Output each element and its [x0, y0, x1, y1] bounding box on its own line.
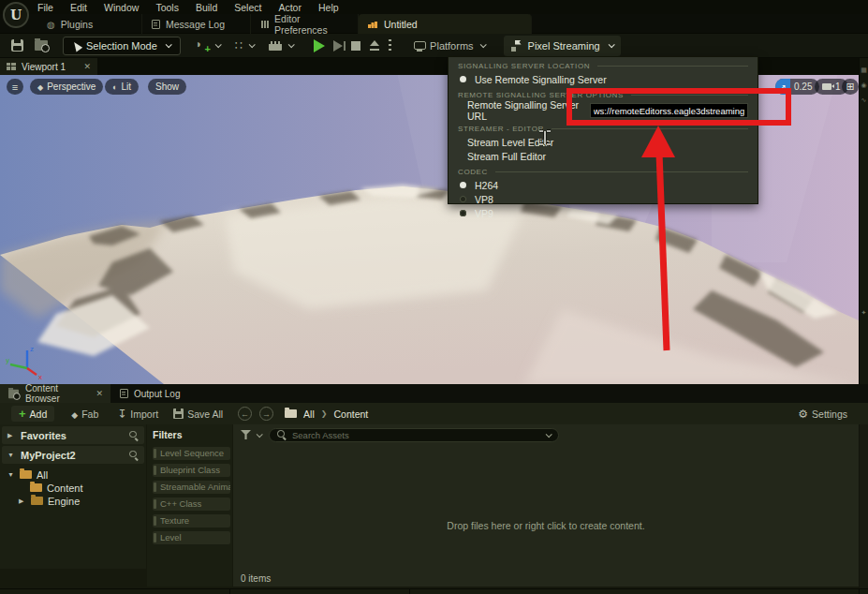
save-all-label: Save All — [187, 408, 223, 420]
menu-build[interactable]: Build — [196, 2, 217, 13]
perspective-dropdown[interactable]: Perspective — [30, 79, 103, 95]
tree-item-content[interactable]: Content — [7, 482, 146, 494]
save-all-button[interactable]: Save All — [173, 408, 223, 420]
clipboard-icon — [152, 20, 160, 29]
section-codec: CODEC — [458, 168, 748, 176]
snap-scale-control[interactable]: ↗ 0.25 — [775, 79, 819, 95]
menu-item-stream-full-editor[interactable]: Stream Full Editor — [449, 149, 758, 163]
tree-item-all[interactable]: ▼ All — [7, 468, 146, 481]
filter-texture[interactable]: Texture — [153, 514, 230, 527]
tab-editor-preferences-label: Editor Preferences — [274, 13, 348, 36]
tab-editor-preferences[interactable]: Editor Preferences — [251, 14, 359, 34]
filter-cpp-class[interactable]: C++ Class — [153, 497, 230, 511]
radio-unchecked-icon — [460, 210, 466, 216]
breadcrumb-content[interactable]: Content — [333, 408, 368, 420]
filter-funnel-icon[interactable] — [241, 430, 251, 439]
search-icon[interactable] — [129, 451, 139, 460]
collapse-arrow-icon: ▼ — [7, 452, 15, 458]
menu-file[interactable]: File — [37, 2, 53, 13]
menu-item-codec-vp8[interactable]: VP8 — [449, 192, 758, 206]
menu-item-codec-h264[interactable]: H264 — [449, 178, 758, 192]
tree-engine-label: Engine — [48, 496, 80, 507]
maximize-viewport-button[interactable]: ⊞ — [842, 79, 859, 95]
lit-icon — [112, 82, 117, 92]
chevron-down-icon — [546, 431, 552, 438]
tab-viewport-1[interactable]: Viewport 1 ✕ — [0, 58, 97, 75]
filter-streamable-animatic[interactable]: Streamable Animatic — [153, 481, 230, 494]
eject-button[interactable] — [369, 40, 380, 51]
menu-item-use-remote-signalling-server[interactable]: Use Remote Signalling Server — [449, 72, 758, 86]
selection-mode-dropdown[interactable]: Selection Mode — [63, 37, 181, 55]
menu-help[interactable]: Help — [318, 2, 339, 13]
menu-item-codec-vp9[interactable]: VP9 — [449, 206, 758, 220]
fab-button[interactable]: Fab — [71, 408, 98, 420]
menu-window[interactable]: Window — [104, 2, 139, 13]
tab-message-log[interactable]: Message Log — [142, 14, 251, 34]
settings-button[interactable]: Settings — [798, 408, 847, 421]
filter-level-sequence[interactable]: Level Sequence — [153, 447, 230, 460]
search-assets-bar[interactable] — [269, 428, 559, 442]
tree-content-label: Content — [47, 483, 83, 494]
frame-skip-button[interactable] — [333, 40, 343, 52]
fab-label: Fab — [81, 408, 98, 420]
content-browser-tab-bar: Content Browser ✕ Output Log — [0, 384, 868, 403]
project-header[interactable]: ▼ MyProject2 — [2, 446, 144, 464]
stream-level-editor-label: Stream Level Editor — [467, 137, 553, 148]
tab-untitled[interactable]: Untitled — [359, 14, 532, 34]
tab-output-log[interactable]: Output Log — [112, 384, 202, 403]
close-icon[interactable]: ✕ — [83, 62, 91, 71]
tab-plugins-label: Plugins — [61, 19, 93, 30]
asset-view[interactable]: Drop files here or right click to create… — [233, 424, 859, 587]
menu-tools[interactable]: Tools — [155, 2, 179, 13]
menu-item-stream-level-editor[interactable]: Stream Level Editor — [449, 135, 758, 149]
chevron-down-icon — [608, 41, 614, 48]
blueprint-icon — [235, 38, 243, 52]
nav-back-button[interactable]: ← — [238, 407, 252, 421]
content-browser-icon[interactable] — [35, 40, 48, 51]
save-icon[interactable] — [11, 39, 23, 52]
add-actor-dropdown[interactable] — [196, 39, 220, 52]
content-browser-tab-label: Content Browser — [25, 383, 90, 404]
bar-chart-icon — [368, 20, 378, 28]
show-dropdown[interactable]: Show — [148, 79, 186, 95]
filter-blueprint-class[interactable]: Blueprint Class — [153, 464, 230, 477]
platforms-dropdown[interactable]: Platforms — [414, 40, 484, 52]
tree-item-engine[interactable]: ▶ Engine — [7, 495, 146, 507]
search-icon[interactable] — [129, 431, 139, 440]
expand-arrow-icon: ▶ — [7, 432, 15, 439]
add-button[interactable]: + Add — [11, 406, 54, 422]
snap-value: 0.25 — [794, 82, 812, 92]
favorites-header[interactable]: ▶ Favorites — [2, 426, 144, 444]
nav-forward-button[interactable]: → — [259, 407, 273, 421]
lit-dropdown[interactable]: Lit — [105, 79, 139, 95]
menu-select[interactable]: Select — [234, 2, 261, 13]
filter-level[interactable]: Level — [153, 531, 230, 544]
breadcrumb-all[interactable]: All — [303, 408, 315, 420]
close-icon[interactable]: ✕ — [96, 389, 103, 398]
plus-icon: + — [19, 407, 26, 421]
cinematics-dropdown[interactable] — [269, 41, 293, 51]
remote-url-input[interactable] — [590, 103, 748, 118]
menu-actor[interactable]: Actor — [278, 2, 302, 13]
status-bar[interactable] — [0, 588, 868, 594]
search-assets-input[interactable] — [292, 430, 537, 440]
unreal-editor-window: U File Edit Window Tools Build Select Ac… — [0, 0, 868, 594]
tab-content-browser[interactable]: Content Browser ✕ — [0, 384, 110, 403]
platforms-label: Platforms — [430, 40, 473, 52]
search-icon — [277, 430, 287, 439]
perspective-icon — [37, 82, 43, 92]
breadcrumb: All ❯ Content — [285, 408, 368, 420]
stop-button[interactable] — [351, 41, 360, 51]
pixel-streaming-dropdown[interactable]: Pixel Streaming — [504, 36, 621, 56]
viewport-options-menu[interactable]: ≡ — [7, 79, 23, 95]
play-button[interactable] — [314, 39, 325, 52]
cursor-icon — [71, 39, 82, 52]
blueprints-dropdown[interactable] — [235, 38, 254, 52]
import-button[interactable]: Import — [117, 408, 158, 421]
settings-label: Settings — [812, 408, 847, 420]
fab-icon — [71, 408, 78, 420]
filters-panel: Filters Level Sequence Blueprint Class S… — [147, 424, 232, 587]
tab-plugins[interactable]: Plugins — [37, 14, 142, 34]
play-options-icon[interactable] — [389, 39, 391, 52]
menu-edit[interactable]: Edit — [70, 2, 87, 13]
